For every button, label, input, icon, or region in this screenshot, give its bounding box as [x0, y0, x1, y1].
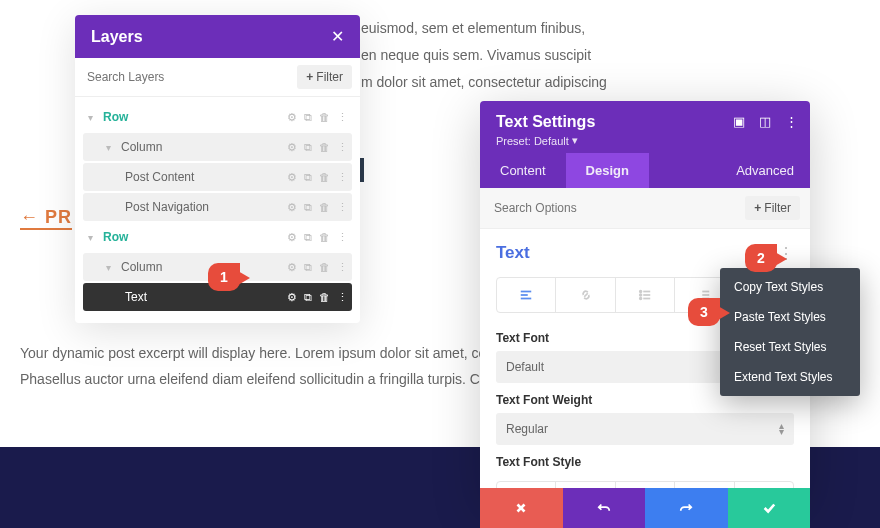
more-icon[interactable]: ⋮ — [337, 291, 348, 304]
tree-label: Column — [115, 140, 287, 154]
layers-search-row: +Filter — [75, 58, 360, 97]
close-icon[interactable]: ✕ — [331, 27, 344, 46]
tree-label: Row — [97, 230, 287, 244]
more-icon[interactable]: ⋮ — [337, 231, 348, 244]
tree-label: Text — [119, 290, 287, 304]
section-title: Text — [496, 243, 530, 263]
excerpt-text: Phasellus auctor urna eleifend diam elei… — [20, 367, 488, 393]
layers-search-input[interactable] — [83, 64, 297, 90]
align-icon[interactable] — [497, 278, 556, 312]
callout-2: 2 — [745, 244, 777, 272]
caret-icon[interactable]: ▾ — [101, 262, 115, 273]
delete-icon[interactable]: 🗑 — [319, 291, 330, 304]
settings-header: Text Settings Preset: Default▾ ▣ ◫ ⋮ — [480, 101, 810, 153]
weight-value: Regular — [506, 422, 548, 436]
bg-text: euismod, sem et elementum finibus, — [361, 16, 585, 42]
gear-icon[interactable]: ⚙ — [287, 291, 297, 304]
context-menu: Copy Text Styles Paste Text Styles Reset… — [720, 268, 860, 396]
duplicate-icon[interactable]: ⧉ — [304, 261, 312, 274]
more-icon[interactable]: ⋮ — [337, 171, 348, 184]
layout-icon[interactable]: ◫ — [759, 114, 771, 129]
more-icon[interactable]: ⋮ — [337, 201, 348, 214]
callout-3: 3 — [688, 298, 720, 326]
filter-label: Filter — [316, 70, 343, 84]
gear-icon[interactable]: ⚙ — [287, 231, 297, 244]
settings-search-row: +Filter — [480, 188, 810, 229]
tree-label: Column — [115, 260, 287, 274]
delete-icon[interactable]: 🗑 — [319, 231, 330, 244]
tabs: Content Design Advanced — [480, 153, 810, 188]
more-icon[interactable]: ⋮ — [337, 261, 348, 274]
chevron-down-icon: ▾ — [572, 134, 578, 147]
tab-content[interactable]: Content — [480, 153, 566, 188]
svg-point-3 — [640, 291, 642, 293]
settings-preset[interactable]: Preset: Default▾ — [496, 134, 794, 147]
gear-icon[interactable]: ⚙ — [287, 201, 297, 214]
caret-icon[interactable]: ▾ — [83, 232, 97, 243]
prev-link-text: PR — [45, 207, 72, 227]
filter-label: Filter — [764, 201, 791, 215]
caret-icon[interactable]: ▾ — [83, 112, 97, 123]
link-icon[interactable] — [556, 278, 615, 312]
layers-header: Layers ✕ — [75, 15, 360, 58]
tree-label: Post Content — [119, 170, 287, 184]
duplicate-icon[interactable]: ⧉ — [304, 291, 312, 304]
label-style: Text Font Style — [480, 445, 810, 475]
duplicate-icon[interactable]: ⧉ — [304, 141, 312, 154]
bg-text: m dolor sit amet, consectetur adipiscing — [361, 70, 607, 96]
ctx-copy[interactable]: Copy Text Styles — [720, 272, 860, 302]
tree-label: Post Navigation — [119, 200, 287, 214]
svg-point-5 — [640, 294, 642, 296]
delete-icon[interactable]: 🗑 — [319, 201, 330, 214]
gear-icon[interactable]: ⚙ — [287, 111, 297, 124]
gear-icon[interactable]: ⚙ — [287, 141, 297, 154]
font-value: Default — [506, 360, 544, 374]
tree-row-postnav[interactable]: Post Navigation ⚙⧉🗑⋮ — [83, 193, 352, 221]
tab-advanced[interactable]: Advanced — [728, 153, 810, 188]
tree-row-row2[interactable]: ▾ Row ⚙⧉🗑⋮ — [83, 223, 352, 251]
duplicate-icon[interactable]: ⧉ — [304, 231, 312, 244]
cancel-button[interactable] — [480, 488, 563, 528]
duplicate-icon[interactable]: ⧉ — [304, 201, 312, 214]
excerpt-text: Your dynamic post excerpt will display h… — [20, 341, 486, 367]
duplicate-icon[interactable]: ⧉ — [304, 111, 312, 124]
ctx-extend[interactable]: Extend Text Styles — [720, 362, 860, 392]
plus-icon: + — [306, 70, 313, 84]
delete-icon[interactable]: 🗑 — [319, 111, 330, 124]
settings-search-input[interactable] — [490, 196, 745, 220]
caret-icon[interactable]: ▾ — [101, 142, 115, 153]
tab-design[interactable]: Design — [566, 153, 649, 188]
list-ul-icon[interactable] — [616, 278, 675, 312]
more-icon[interactable]: ⋮ — [337, 141, 348, 154]
tree-label: Row — [97, 110, 287, 124]
delete-icon[interactable]: 🗑 — [319, 171, 330, 184]
confirm-button[interactable] — [728, 488, 811, 528]
settings-filter-button[interactable]: +Filter — [745, 196, 800, 220]
tree-row-row1[interactable]: ▾ Row ⚙⧉🗑⋮ — [83, 103, 352, 131]
layers-title: Layers — [91, 28, 143, 46]
gear-icon[interactable]: ⚙ — [287, 171, 297, 184]
callout-1: 1 — [208, 263, 240, 291]
stepper-icon[interactable]: ▴▾ — [779, 423, 784, 435]
more-icon[interactable]: ⋮ — [785, 114, 798, 129]
tab-spacer — [649, 153, 728, 188]
more-icon[interactable]: ⋮ — [337, 111, 348, 124]
ctx-reset[interactable]: Reset Text Styles — [720, 332, 860, 362]
focus-icon[interactable]: ▣ — [733, 114, 745, 129]
prev-link[interactable]: ← PR — [20, 207, 72, 230]
delete-icon[interactable]: 🗑 — [319, 141, 330, 154]
tree-row-postcontent[interactable]: Post Content ⚙⧉🗑⋮ — [83, 163, 352, 191]
plus-icon: + — [754, 201, 761, 215]
duplicate-icon[interactable]: ⧉ — [304, 171, 312, 184]
undo-button[interactable] — [563, 488, 646, 528]
bottom-bar — [480, 488, 810, 528]
svg-point-7 — [640, 298, 642, 300]
tree-row-column1[interactable]: ▾ Column ⚙⧉🗑⋮ — [83, 133, 352, 161]
redo-button[interactable] — [645, 488, 728, 528]
weight-select[interactable]: Regular ▴▾ — [496, 413, 794, 445]
bg-text: en neque quis sem. Vivamus suscipit — [361, 43, 591, 69]
layers-filter-button[interactable]: +Filter — [297, 65, 352, 89]
delete-icon[interactable]: 🗑 — [319, 261, 330, 274]
gear-icon[interactable]: ⚙ — [287, 261, 297, 274]
ctx-paste[interactable]: Paste Text Styles — [720, 302, 860, 332]
